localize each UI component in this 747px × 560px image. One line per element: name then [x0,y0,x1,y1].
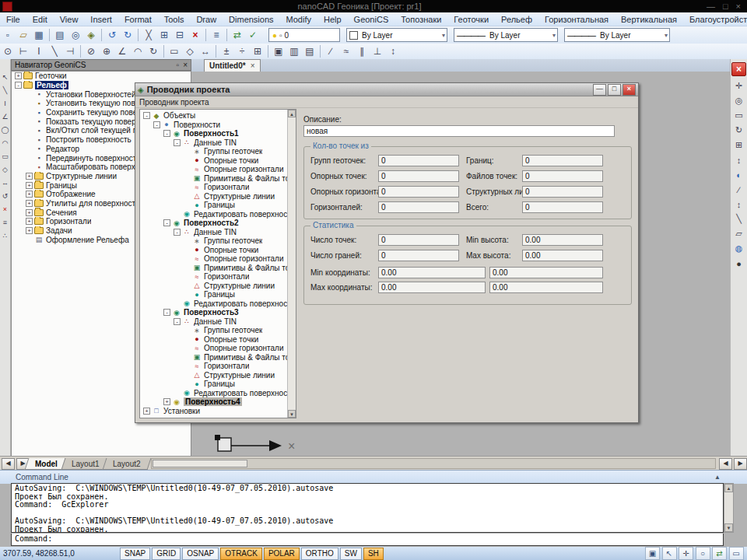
menu-item-вертикальная[interactable]: Вертикальная [615,14,683,25]
numeric-field[interactable]: 0.00 [522,234,603,246]
zoom-window-icon[interactable]: ▭ [732,109,746,122]
canvas-scroll-right-icon[interactable]: ▶ [734,458,747,470]
stretch-icon[interactable]: ↔ [0,176,10,189]
layer-indicator[interactable]: ●▫0 [268,28,340,42]
leader-straight-icon[interactable]: ∕ [324,44,338,58]
open-file-icon[interactable]: ▱ [16,28,31,42]
canvas-scroll-left-icon[interactable]: ◀ [719,458,732,470]
tab-scroll-left-icon[interactable]: ◀ [2,458,15,470]
tree-item[interactable]: ≈Опорные горизонтали [140,254,296,264]
menu-item-геоточки[interactable]: Геоточки [447,14,495,25]
expand-minus-icon[interactable]: - [15,82,22,89]
menu-item-рельеф[interactable]: Рельеф [495,14,538,25]
grid-extents-icon[interactable]: ↔ [198,44,213,58]
expand-plus-icon[interactable]: + [26,191,33,198]
tree-item[interactable]: △Структурные линии [140,371,296,380]
snap-endpoint-icon[interactable]: ⊢ [16,44,31,58]
menu-item-dimensions[interactable]: Dimensions [223,14,279,25]
description-field[interactable]: новая [303,125,615,137]
copy-view-icon[interactable]: ⊞ [732,138,746,152]
leader-arrow-icon[interactable]: ↕ [386,44,401,58]
tree-item[interactable]: +Геоточки [12,72,191,81]
check-icon[interactable]: ✓ [246,28,261,42]
rotate-icon[interactable]: ↺ [0,189,10,202]
dialog-maximize-button[interactable]: □ [608,84,621,96]
numeric-field[interactable]: 0 [522,155,603,166]
expand-minus-icon[interactable]: - [174,139,181,146]
expand-minus-icon[interactable]: - [174,229,181,236]
tree-item[interactable]: ∗Группы геоточек [140,326,296,335]
tree-item[interactable]: -∴Данные TIN [140,138,296,148]
menu-item-format[interactable]: Format [118,14,158,25]
coordinate-field[interactable]: 0.00 [489,282,603,293]
coordinate-field[interactable]: 0.00 [378,267,486,278]
layout-tab-layout2[interactable]: Layout2 [103,458,151,470]
menu-item-help[interactable]: Help [317,14,348,25]
view-diagonal-icon[interactable]: ╲ [732,212,746,226]
tree-item[interactable]: ▣Примитивы & Файлы точек [140,264,296,273]
menu-item-горизонтальная[interactable]: Горизонтальная [538,14,615,25]
toggle-ortho[interactable]: ORTHO [301,548,338,560]
cut-icon[interactable]: ╳ [142,28,156,42]
expand-minus-icon[interactable]: - [163,219,170,226]
scrollbar-thumb[interactable] [153,460,247,467]
collapse-icon[interactable]: ▲ [714,474,721,481]
expand-plus-icon[interactable]: + [26,209,33,216]
expand-minus-icon[interactable]: - [163,130,170,137]
layer-manager-icon[interactable]: ▤ [303,44,317,58]
tree-item[interactable]: ≈Горизонтали [140,272,296,282]
expand-minus-icon[interactable]: - [174,318,181,325]
properties-icon[interactable]: ≡ [209,28,224,42]
scroll-down-icon[interactable]: ▼ [724,523,733,532]
publish-icon[interactable]: ◈ [84,28,99,42]
expand-minus-icon[interactable]: - [163,309,170,316]
tree-item[interactable]: -∴Данные TIN [140,228,296,237]
numeric-field[interactable]: 0 [378,250,459,261]
numeric-field[interactable]: 0.00 [522,250,603,261]
redo-icon[interactable]: ↻ [121,28,135,42]
menu-item-благоустройство[interactable]: Благоустройство [683,14,747,25]
divide-icon[interactable]: ∴ [0,229,10,242]
expand-plus-icon[interactable]: + [26,200,33,207]
expand-plus-icon[interactable]: + [143,408,150,415]
shade-icon[interactable]: ◐ [732,168,746,181]
plot-icon[interactable]: ▤ [53,28,68,42]
new-file-icon[interactable]: ▫ [1,28,16,42]
toggle-sh[interactable]: SH [363,548,384,560]
leader-multi-icon[interactable]: ∥ [355,44,370,58]
dialog-minimize-button[interactable]: — [593,84,606,96]
tree-item[interactable]: ◉Редактировать поверхность [140,389,296,398]
measure-vertical-icon[interactable]: ↕ [732,153,746,166]
snap-arc-icon[interactable]: ◠ [131,44,146,58]
expand-plus-icon[interactable]: + [26,218,33,225]
tree-item[interactable]: ●Опорные точки [140,156,296,166]
menu-item-file[interactable]: File [0,14,26,25]
globe-icon[interactable]: ◍ [732,242,746,255]
command-history[interactable]: AutoSaving: C:\WINDOWS\TEMP\Untitled0(10… [11,483,724,533]
minimize-button[interactable]: — [707,2,715,11]
snap-point-icon[interactable]: ⊙ [1,44,16,58]
point-style-icon[interactable]: ± [219,44,234,58]
screen-icon[interactable]: ▭ [729,547,744,560]
toggle-otrack[interactable]: OTRACK [220,548,262,560]
tree-item[interactable]: ∗Группы геоточек [140,147,296,156]
toggle-grid[interactable]: GRID [152,548,181,560]
expand-plus-icon[interactable]: + [15,72,22,79]
dialog-title-bar[interactable]: ◈ Проводник проекта — □ × [135,83,638,96]
numeric-field[interactable]: 0 [522,201,603,213]
angle-icon[interactable]: ∠ [0,110,10,123]
erase-icon[interactable]: × [188,28,203,42]
horizontal-scrollbar[interactable] [151,458,716,469]
polygon-icon[interactable]: ◇ [0,163,10,176]
tree-item[interactable]: ●Границы [140,201,296,210]
tree-item[interactable]: -◉Поверхность3 [140,308,296,317]
pan-icon[interactable]: ✛ [732,79,746,93]
view-line-icon[interactable]: ∕ [732,183,746,196]
copy-icon[interactable]: ⊞ [157,28,172,42]
tree-scrollbar[interactable]: ▲ ▼ [287,110,296,418]
snap-nearest-icon[interactable]: ╲ [47,44,62,58]
circle-icon[interactable]: ◯ [0,123,10,136]
tree-item[interactable]: -∴Данные TIN [140,317,296,327]
tree-item[interactable]: ●Границы [140,380,296,389]
toggle-polar[interactable]: POLAR [264,548,300,560]
